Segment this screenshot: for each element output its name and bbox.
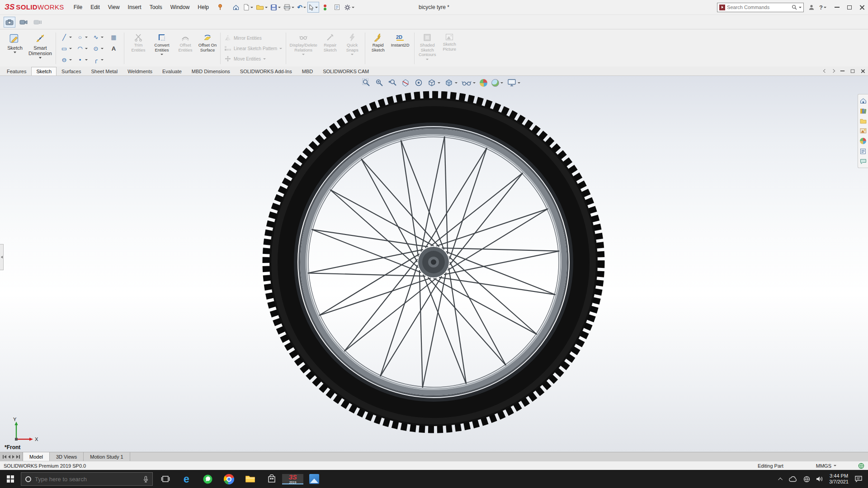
sketch-caret[interactable] [14,52,16,53]
next-document-icon[interactable] [831,69,835,73]
point-tool-caret[interactable] [85,59,88,61]
solidworks-taskbar-button[interactable]: ЗS 2019 [282,474,303,484]
view-orientation-button[interactable] [427,78,440,87]
status-globe-icon[interactable] [858,463,864,469]
repair-sketch-button[interactable]: Repair Sketch [318,30,342,66]
start-button[interactable] [0,470,21,488]
hide-show-items-button[interactable] [462,78,476,87]
tray-expand-icon[interactable] [778,477,783,482]
quick-snaps-caret[interactable] [351,54,354,55]
tab-surfaces[interactable]: Surfaces [57,67,86,75]
previous-document-icon[interactable] [823,69,827,73]
line-tool-caret[interactable] [69,37,72,38]
save-caret[interactable] [278,7,281,8]
fillet-tool-button[interactable]: ╭ [90,54,106,66]
display-delete-relations-caret[interactable] [302,54,305,55]
units-caret[interactable] [834,465,836,466]
tab-weldments[interactable]: Weldments [123,67,157,75]
microsoft-store-button[interactable] [261,474,282,484]
view-settings-button[interactable] [507,79,520,87]
login-user-icon[interactable] [808,4,815,10]
circle-tool-button[interactable]: ○ [74,32,90,43]
command-search-input[interactable] [727,5,790,10]
tab-mbd[interactable]: MBD [297,67,318,75]
offset-entities-button[interactable]: Offset Entities [174,30,197,66]
record-video-button[interactable] [18,17,29,28]
maximize-button[interactable] [847,5,852,9]
tab-sketch[interactable]: Sketch [31,67,57,75]
previous-tab-icon[interactable] [8,455,10,459]
spline-tool-button[interactable]: ∿ [90,32,106,43]
undo-button[interactable]: ↶ [296,2,307,13]
options-caret[interactable] [352,7,354,8]
zoom-to-area-button[interactable] [375,78,384,87]
ellipse-tool-button[interactable]: ⊙ [90,43,106,54]
graphics-viewport[interactable]: Y X *Front [0,76,868,452]
menu-help[interactable]: Help [193,2,213,12]
open-button[interactable] [255,2,269,13]
design-library-icon[interactable] [860,108,867,114]
undo-caret[interactable] [303,7,306,8]
custom-properties-icon[interactable] [860,148,866,155]
volume-icon[interactable] [816,476,823,482]
point-tool-button[interactable]: • [74,54,90,66]
instant2d-button[interactable]: 2D Instant2D [388,30,412,66]
zoom-to-fit-button[interactable] [362,78,371,87]
home-button[interactable] [230,2,242,13]
taskbar-search-input[interactable] [35,476,140,483]
onedrive-cloud-icon[interactable] [788,476,797,482]
view-palette-icon[interactable] [860,128,867,134]
pause-record-button[interactable] [32,17,43,28]
close-button[interactable] [859,5,864,10]
search-icon[interactable] [792,5,797,10]
text-tool-button[interactable]: A [106,43,122,54]
doc-tab-3d-views[interactable]: 3D Views [50,452,84,461]
action-center-icon[interactable] [854,475,863,483]
task-pane-home-icon[interactable] [860,98,867,104]
rebuild-button[interactable] [319,2,331,13]
task-view-button[interactable] [155,474,176,484]
rectangle-tool-button[interactable]: ▭ [58,43,74,54]
circle-tool-caret[interactable] [85,37,88,38]
offset-on-surface-button[interactable]: Offset On Surface [197,30,218,66]
select-tool-button[interactable] [307,2,319,13]
search-caret[interactable] [799,7,802,8]
bicycle-wheel-model[interactable] [0,76,868,452]
search-scope-icon[interactable] [719,5,725,10]
linear-pattern-caret[interactable] [279,48,282,49]
spline-tool-caret[interactable] [101,37,104,38]
move-entities-caret[interactable] [263,58,266,60]
arc-tool-caret[interactable] [85,48,88,49]
pin-menu-button[interactable] [217,4,223,11]
menu-edit[interactable]: Edit [86,2,104,12]
help-button[interactable]: ? [819,4,826,11]
apply-scene-button[interactable] [491,79,503,87]
previous-view-button[interactable] [388,78,397,87]
minimize-button[interactable] [835,7,840,8]
rapid-sketch-button[interactable]: Rapid Sketch [368,30,388,66]
new-document-caret[interactable] [250,7,253,8]
sketch-grid-tool-button[interactable]: ▦ [106,32,122,43]
view-orientation-caret[interactable] [438,82,440,84]
sketch-button[interactable]: Sketch [3,30,27,66]
print-caret[interactable] [292,7,294,8]
select-tool-caret[interactable] [315,7,318,8]
save-button[interactable] [269,2,282,13]
units-selector[interactable]: MMGS [816,463,836,469]
display-delete-relations-button[interactable]: Display/Delete Relations [288,30,318,66]
taskbar-clock[interactable]: 3:44 PM 3/7/2021 [829,473,849,485]
hide-show-items-caret[interactable] [473,82,476,84]
edit-appearance-button[interactable] [480,79,487,87]
appearances-scenes-icon[interactable] [860,138,866,144]
trim-entities-button[interactable]: Trim Entities [127,30,150,66]
tab-solidworks-cam[interactable]: SOLIDWORKS CAM [318,67,374,75]
tab-sheet-metal[interactable]: Sheet Metal [86,67,123,75]
slot-tool-button[interactable]: ⊖ [58,54,74,66]
new-document-button[interactable] [242,2,255,13]
menu-insert[interactable]: Insert [124,2,146,12]
options-button[interactable] [343,2,356,13]
line-tool-button[interactable]: ╱ [58,32,74,43]
menu-view[interactable]: View [104,2,124,12]
network-icon[interactable] [803,476,810,483]
slot-tool-caret[interactable] [69,59,72,61]
